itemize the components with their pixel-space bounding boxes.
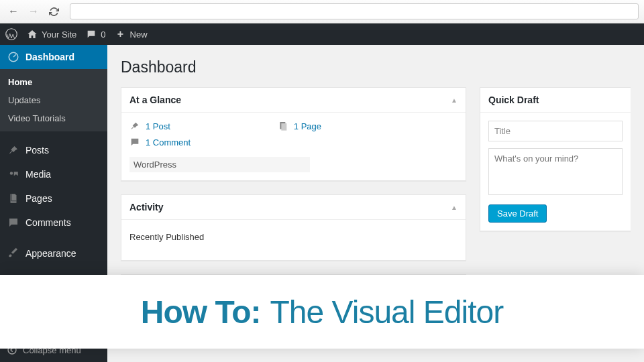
comment-icon (7, 216, 20, 229)
glance-pages-label: 1 Page (294, 121, 321, 131)
glance-comments-link[interactable]: 1 Comment (129, 137, 191, 147)
activity-box: Activity ▲ Recently Published (121, 194, 466, 261)
sidebar-submenu-dashboard: Home Updates Video Tutorials (0, 69, 107, 131)
plus-icon: + (115, 29, 126, 40)
sidebar-item-label: Pages (25, 193, 52, 204)
tutorial-title-overlay: How To: The Visual Editor (0, 275, 644, 349)
site-name-label: Your Site (42, 29, 76, 40)
glance-posts-link[interactable]: 1 Post (129, 121, 170, 131)
brush-icon (7, 247, 20, 260)
wp-admin-bar: Your Site 0 + New (0, 23, 644, 45)
sidebar-item-label: Dashboard (25, 52, 74, 62)
wp-version-label: WordPress (129, 157, 310, 172)
url-input[interactable] (70, 3, 639, 19)
quick-draft-heading: Quick Draft (488, 95, 539, 105)
comment-icon (129, 137, 140, 147)
sidebar-item-posts[interactable]: Posts (0, 138, 107, 162)
sidebar-subitem-tutorials[interactable]: Video Tutorials (0, 109, 107, 127)
sidebar-item-comments[interactable]: Comments (0, 210, 107, 235)
sidebar-item-label: Comments (25, 217, 71, 228)
collapse-toggle-icon[interactable]: ▲ (451, 97, 458, 104)
at-a-glance-heading: At a Glance (129, 95, 181, 105)
sidebar-item-label: Media (25, 169, 51, 180)
glance-pages-link[interactable]: 1 Page (278, 121, 321, 131)
sidebar-item-appearance[interactable]: Appearance (0, 241, 107, 265)
pin-icon (129, 121, 140, 131)
overlay-thin-text: The Visual Editor (270, 294, 504, 330)
sidebar-item-label: Appearance (25, 248, 76, 259)
wp-logo-icon[interactable] (5, 28, 17, 40)
quick-draft-box: Quick Draft Save Draft (480, 87, 631, 231)
svg-rect-5 (281, 123, 286, 131)
overlay-bold-text: How To: (141, 294, 261, 330)
new-label: New (130, 29, 148, 40)
page-title: Dashboard (121, 58, 631, 76)
home-icon (27, 29, 38, 40)
new-content-link[interactable]: + New (115, 29, 148, 40)
draft-title-input[interactable] (488, 121, 623, 141)
media-icon (7, 168, 20, 181)
activity-heading: Activity (129, 202, 164, 213)
page-icon (278, 121, 288, 131)
collapse-toggle-icon[interactable]: ▲ (451, 204, 458, 211)
back-button[interactable]: ← (5, 3, 21, 19)
forward-button[interactable]: → (25, 3, 42, 19)
browser-toolbar: ← → (0, 0, 644, 23)
glance-comments-label: 1 Comment (146, 137, 191, 147)
sidebar-item-dashboard[interactable]: Dashboard (0, 45, 107, 69)
save-draft-button[interactable]: Save Draft (488, 204, 547, 223)
svg-point-2 (10, 172, 13, 175)
page-icon (7, 192, 20, 205)
sidebar-subitem-updates[interactable]: Updates (0, 91, 107, 109)
site-link[interactable]: Your Site (27, 29, 76, 40)
sidebar-item-media[interactable]: Media (0, 162, 107, 186)
sidebar-subitem-home[interactable]: Home (0, 73, 107, 91)
dashboard-icon (7, 50, 20, 64)
at-a-glance-box: At a Glance ▲ 1 Post (121, 87, 466, 181)
activity-recent-label: Recently Published (129, 228, 458, 246)
pin-icon (7, 143, 20, 157)
glance-posts-label: 1 Post (146, 121, 170, 131)
sidebar-item-label: Posts (25, 145, 49, 156)
draft-content-textarea[interactable] (488, 148, 623, 195)
comments-count: 0 (101, 29, 105, 40)
sidebar-item-pages[interactable]: Pages (0, 186, 107, 210)
comment-icon (86, 29, 97, 40)
reload-button[interactable] (46, 3, 62, 19)
comments-link[interactable]: 0 (86, 29, 105, 40)
